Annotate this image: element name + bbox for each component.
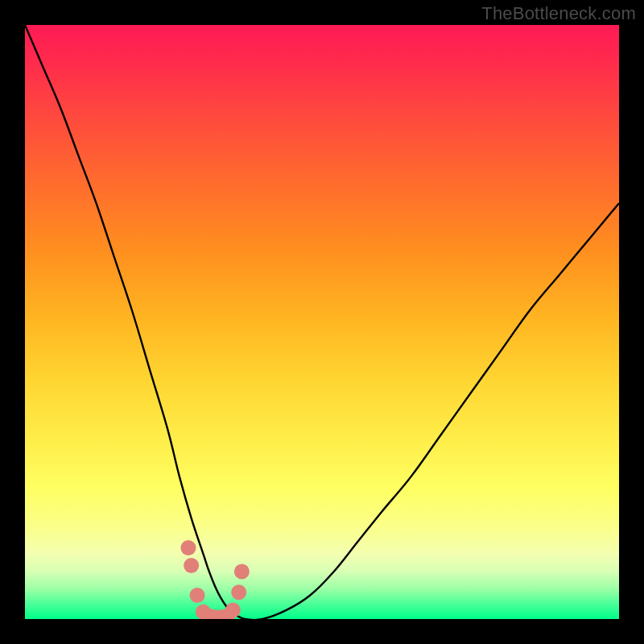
trough-marker	[190, 588, 205, 603]
trough-marker	[180, 540, 196, 555]
trough-marker	[225, 602, 241, 617]
trough-marker	[184, 558, 199, 573]
curve-path	[25, 25, 619, 619]
bottleneck-curve	[25, 25, 619, 619]
trough-marker	[231, 584, 246, 600]
trough-marker	[234, 564, 250, 579]
watermark-text: TheBottleneck.com	[481, 3, 636, 24]
plot-area	[25, 25, 619, 619]
chart-frame: TheBottleneck.com	[0, 0, 644, 644]
